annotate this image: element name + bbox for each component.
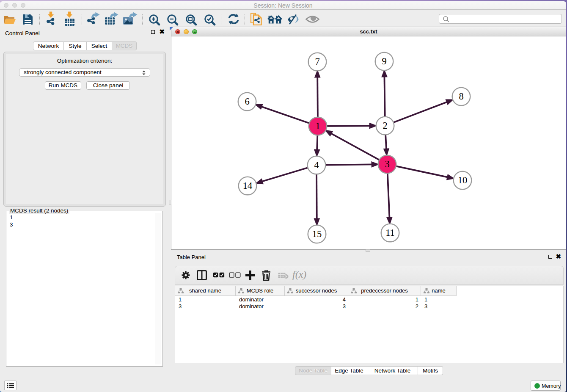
- svg-text:9: 9: [382, 56, 386, 66]
- svg-text:14: 14: [243, 180, 253, 191]
- svg-text:11: 11: [385, 227, 395, 238]
- svg-text:6: 6: [245, 96, 249, 107]
- svg-text:1: 1: [315, 121, 320, 131]
- svg-text:3: 3: [385, 159, 389, 169]
- svg-text:2: 2: [383, 120, 387, 131]
- svg-text:15: 15: [312, 229, 322, 239]
- svg-text:8: 8: [459, 91, 463, 102]
- svg-text:10: 10: [458, 175, 468, 185]
- svg-text:4: 4: [314, 160, 319, 170]
- svg-text:7: 7: [315, 56, 319, 67]
